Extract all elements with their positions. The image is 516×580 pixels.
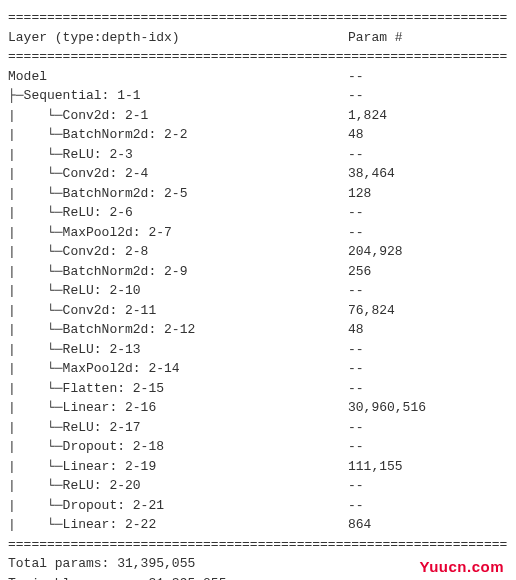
table-row: | └─BatchNorm2d: 2-1248 <box>8 320 508 340</box>
param-count-cell: -- <box>348 359 364 379</box>
layer-name-cell: | └─BatchNorm2d: 2-2 <box>8 125 348 145</box>
layer-name-cell: | └─ReLU: 2-10 <box>8 281 348 301</box>
layer-name-cell: | └─Dropout: 2-21 <box>8 496 348 516</box>
separator-mid: ========================================… <box>8 47 508 67</box>
layer-name-cell: | └─BatchNorm2d: 2-9 <box>8 262 348 282</box>
layer-name-cell: | └─Linear: 2-19 <box>8 457 348 477</box>
layer-name-cell: | └─Conv2d: 2-11 <box>8 301 348 321</box>
layer-name-cell: | └─Conv2d: 2-1 <box>8 106 348 126</box>
table-row: | └─Linear: 2-22864 <box>8 515 508 535</box>
header-row: Layer (type:depth-idx) Param # <box>8 28 508 48</box>
param-count-cell: -- <box>348 145 364 165</box>
table-row: | └─MaxPool2d: 2-14-- <box>8 359 508 379</box>
param-count-cell: -- <box>348 437 364 457</box>
param-count-cell: 256 <box>348 262 371 282</box>
param-count-cell: 48 <box>348 125 364 145</box>
param-count-cell: 111,155 <box>348 457 403 477</box>
table-row: | └─ReLU: 2-17-- <box>8 418 508 438</box>
table-row: | └─ReLU: 2-6-- <box>8 203 508 223</box>
param-count-cell: 76,824 <box>348 301 395 321</box>
layer-rows: Model--├─Sequential: 1-1--| └─Conv2d: 2-… <box>8 67 508 535</box>
layer-name-cell: | └─Flatten: 2-15 <box>8 379 348 399</box>
param-count-cell: 864 <box>348 515 371 535</box>
table-row: | └─Linear: 2-19111,155 <box>8 457 508 477</box>
layer-name-cell: | └─Conv2d: 2-4 <box>8 164 348 184</box>
param-count-cell: 128 <box>348 184 371 204</box>
table-row: | └─Linear: 2-1630,960,516 <box>8 398 508 418</box>
table-row: | └─BatchNorm2d: 2-248 <box>8 125 508 145</box>
header-layer-col: Layer (type:depth-idx) <box>8 28 348 48</box>
param-count-cell: -- <box>348 86 364 106</box>
table-row: | └─BatchNorm2d: 2-5128 <box>8 184 508 204</box>
param-count-cell: 48 <box>348 320 364 340</box>
table-row: | └─ReLU: 2-20-- <box>8 476 508 496</box>
layer-name-cell: Model <box>8 67 348 87</box>
param-count-cell: 1,824 <box>348 106 387 126</box>
param-count-cell: 38,464 <box>348 164 395 184</box>
layer-name-cell: | └─Linear: 2-16 <box>8 398 348 418</box>
param-count-cell: 204,928 <box>348 242 403 262</box>
param-count-cell: -- <box>348 223 364 243</box>
param-count-cell: -- <box>348 340 364 360</box>
table-row: | └─MaxPool2d: 2-7-- <box>8 223 508 243</box>
table-row: | └─Conv2d: 2-11,824 <box>8 106 508 126</box>
table-row: | └─Flatten: 2-15-- <box>8 379 508 399</box>
table-row: | └─BatchNorm2d: 2-9256 <box>8 262 508 282</box>
layer-name-cell: | └─ReLU: 2-13 <box>8 340 348 360</box>
layer-name-cell: | └─BatchNorm2d: 2-5 <box>8 184 348 204</box>
param-count-cell: -- <box>348 203 364 223</box>
layer-name-cell: | └─MaxPool2d: 2-7 <box>8 223 348 243</box>
separator-top: ========================================… <box>8 8 508 28</box>
separator-bottom: ========================================… <box>8 535 508 555</box>
layer-name-cell: | └─ReLU: 2-6 <box>8 203 348 223</box>
param-count-cell: -- <box>348 281 364 301</box>
layer-name-cell: | └─Dropout: 2-18 <box>8 437 348 457</box>
table-row: Model-- <box>8 67 508 87</box>
table-row: | └─ReLU: 2-13-- <box>8 340 508 360</box>
table-row: | └─Dropout: 2-21-- <box>8 496 508 516</box>
layer-name-cell: | └─BatchNorm2d: 2-12 <box>8 320 348 340</box>
layer-name-cell: | └─ReLU: 2-20 <box>8 476 348 496</box>
param-count-cell: -- <box>348 476 364 496</box>
table-row: | └─Dropout: 2-18-- <box>8 437 508 457</box>
layer-name-cell: | └─ReLU: 2-17 <box>8 418 348 438</box>
table-row: ├─Sequential: 1-1-- <box>8 86 508 106</box>
param-count-cell: -- <box>348 496 364 516</box>
layer-name-cell: ├─Sequential: 1-1 <box>8 86 348 106</box>
param-count-cell: -- <box>348 379 364 399</box>
table-row: | └─ReLU: 2-3-- <box>8 145 508 165</box>
table-row: | └─Conv2d: 2-1176,824 <box>8 301 508 321</box>
layer-name-cell: | └─ReLU: 2-3 <box>8 145 348 165</box>
param-count-cell: -- <box>348 418 364 438</box>
watermark: Yuucn.com <box>419 556 504 579</box>
layer-name-cell: | └─Conv2d: 2-8 <box>8 242 348 262</box>
layer-name-cell: | └─Linear: 2-22 <box>8 515 348 535</box>
layer-name-cell: | └─MaxPool2d: 2-14 <box>8 359 348 379</box>
param-count-cell: 30,960,516 <box>348 398 426 418</box>
table-row: | └─Conv2d: 2-8204,928 <box>8 242 508 262</box>
table-row: | └─Conv2d: 2-438,464 <box>8 164 508 184</box>
header-param-col: Param # <box>348 28 403 48</box>
table-row: | └─ReLU: 2-10-- <box>8 281 508 301</box>
param-count-cell: -- <box>348 67 364 87</box>
